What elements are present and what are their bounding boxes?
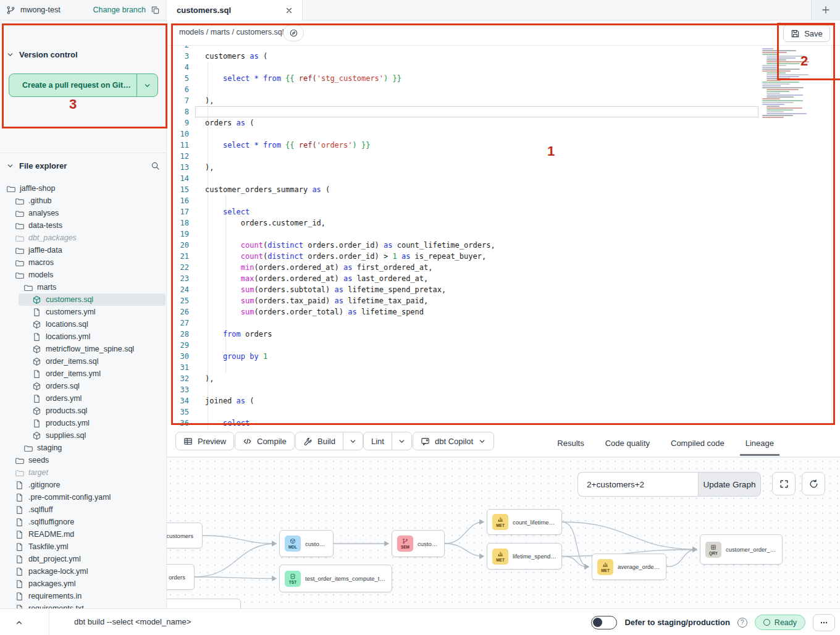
tab-results[interactable]: Results (547, 429, 594, 457)
file-tree-item-.github[interactable]: .github (0, 195, 166, 207)
change-branch-link[interactable]: Change branch (93, 6, 146, 14)
code-line-5[interactable]: 5 select * from {{ ref('stg_customers') … (167, 73, 495, 84)
close-icon[interactable] (285, 6, 293, 15)
file-tree-item-models[interactable]: models (0, 269, 166, 281)
copy-icon[interactable] (151, 6, 160, 15)
lineage-node-mdl[interactable]: MDLcustomers (279, 530, 334, 557)
file-tree-item-jaffle-data[interactable]: jaffle-data (0, 244, 166, 256)
lineage-node-cut[interactable] (167, 599, 241, 608)
code-line-17[interactable]: 17 select (167, 206, 495, 217)
code-line-25[interactable]: 25 sum(orders.tax_paid) as lifetime_tax_… (167, 295, 495, 306)
file-tree-item-package-lock.yml[interactable]: package-lock.yml (0, 565, 166, 578)
file-tree-item-marts[interactable]: marts (0, 281, 166, 293)
copilot-pill-button[interactable] (283, 25, 304, 41)
code-line-14[interactable]: 14 (167, 173, 495, 184)
code-line-33[interactable]: 33 (167, 384, 495, 395)
file-tree-item-dbt_packages[interactable]: dbt_packages (0, 232, 166, 244)
code-line-19[interactable]: 19 (167, 229, 495, 240)
tab-customers-sql[interactable]: customers.sql (167, 0, 303, 20)
code-line-26[interactable]: 26 sum(orders.order_total) as lifetime_s… (167, 306, 495, 318)
file-tree-item-staging[interactable]: staging (0, 442, 166, 454)
file-tree-item-analyses[interactable]: analyses (0, 207, 166, 219)
file-tree-item-products.sql[interactable]: products.sql (0, 405, 166, 417)
file-tree-item-order_items.sql[interactable]: order_items.sql (0, 355, 166, 368)
new-tab-button[interactable] (811, 0, 840, 20)
code-line-6[interactable]: 6 (167, 84, 495, 95)
save-button[interactable]: Save (783, 25, 830, 42)
lint-dropdown[interactable] (392, 432, 411, 450)
create-pull-request-main[interactable]: Create a pull request on Git… (9, 74, 137, 96)
code-line-22[interactable]: 22 min(orders.ordered_at) as first_order… (167, 262, 495, 273)
file-tree-item-.gitignore[interactable]: .gitignore (0, 479, 166, 491)
create-pull-request-dropdown[interactable] (137, 74, 158, 96)
lineage-node-aov[interactable]: METaverage_order_value (592, 553, 666, 580)
file-tree-item-locations.sql[interactable]: locations.sql (0, 318, 166, 330)
file-tree-item-.sqlfluff[interactable]: .sqlfluff (0, 503, 166, 516)
file-tree-item-jaffle-shop[interactable]: jaffle-shop (0, 182, 166, 195)
help-icon[interactable]: ? (737, 618, 747, 628)
code-line-7[interactable]: 7), (167, 95, 495, 106)
create-pull-request-button[interactable]: Create a pull request on Git… (9, 74, 158, 97)
file-tree-item-requirements.in[interactable]: requirements.in (0, 590, 166, 602)
preview-button[interactable]: Preview (175, 432, 234, 450)
file-tree-item-supplies.sql[interactable]: supplies.sql (0, 429, 166, 442)
code-line-24[interactable]: 24 sum(orders.subtotal) as lifetime_spen… (167, 284, 495, 295)
file-tree-item-customers.sql[interactable]: customers.sql (19, 293, 166, 306)
code-line-16[interactable]: 16 (167, 195, 495, 206)
file-tree-item-order_items.yml[interactable]: order_items.yml (0, 368, 166, 380)
update-graph-button[interactable]: Update Graph (698, 472, 761, 497)
refresh-button[interactable] (802, 472, 825, 495)
lineage-node-tst[interactable]: TSTtest_order_items_compute_to_bools… (279, 565, 392, 592)
code-line-13[interactable]: 13), (167, 162, 495, 173)
lineage-node-stg[interactable]: stg_customers (167, 523, 203, 549)
code-line-36[interactable]: 36 select (167, 418, 495, 429)
code-editor[interactable]: 23customers as (45 select * from {{ ref(… (167, 46, 840, 429)
code-line-18[interactable]: 18 orders.customer_id, (167, 217, 495, 229)
code-line-4[interactable]: 4 (167, 62, 495, 73)
lineage-node-sem[interactable]: SEMcustomers (392, 530, 445, 557)
tab-compiled-code[interactable]: Compiled code (660, 429, 735, 457)
code-line-28[interactable]: 28 from orders (167, 329, 495, 340)
file-tree-item-target[interactable]: target (0, 466, 166, 479)
file-tree-item-.pre-commit-config.yaml[interactable]: .pre-commit-config.yaml (0, 491, 166, 503)
defer-toggle[interactable] (591, 616, 617, 629)
code-line-32[interactable]: 32), (167, 373, 495, 384)
file-tree-item-data-tests[interactable]: data-tests (0, 219, 166, 232)
lint-button[interactable]: Lint (363, 432, 412, 450)
code-line-2[interactable]: 2 (167, 46, 495, 51)
file-tree-item-locations.yml[interactable]: locations.yml (0, 330, 166, 343)
code-line-27[interactable]: 27 (167, 318, 495, 329)
file-tree-item-.sqlfluffignore[interactable]: .sqlfluffignore (0, 516, 166, 528)
code-line-10[interactable]: 10 (167, 128, 495, 140)
lineage-filter-input[interactable] (578, 472, 698, 497)
more-options-button[interactable] (813, 614, 835, 631)
version-control-header[interactable]: Version control (0, 48, 166, 61)
lineage-node-orders[interactable]: orders (167, 564, 195, 590)
code-line-8[interactable]: 8 (167, 106, 495, 117)
editor-scrollbar[interactable] (831, 46, 832, 429)
code-line-30[interactable]: 30 group by 1 (167, 351, 495, 362)
file-tree-item-orders.sql[interactable]: orders.sql (0, 380, 166, 392)
file-tree-item-dbt_project.yml[interactable]: dbt_project.yml (0, 553, 166, 565)
code-line-20[interactable]: 20 count(distinct orders.order_id) as co… (167, 240, 495, 251)
file-tree-item-products.yml[interactable]: products.yml (0, 417, 166, 429)
code-line-23[interactable]: 23 max(orders.ordered_at) as last_ordere… (167, 273, 495, 284)
file-tree-item-README.md[interactable]: README.md (0, 528, 166, 540)
code-line-12[interactable]: 12 (167, 151, 495, 162)
code-line-11[interactable]: 11 select * from {{ ref('orders') }} (167, 140, 495, 151)
build-button[interactable]: Build (295, 432, 363, 450)
file-tree-item-seeds[interactable]: seeds (0, 454, 166, 466)
lineage-node-met_pretax[interactable]: METlifetime_spend_pretax (487, 543, 562, 570)
build-dropdown[interactable] (343, 432, 363, 450)
lineage-node-qry[interactable]: QRYcustomer_order_metrics (700, 534, 783, 565)
code-line-34[interactable]: 34joined as ( (167, 395, 495, 406)
code-line-35[interactable]: 35 (167, 406, 495, 418)
command-bar-expand[interactable] (0, 609, 49, 635)
command-text[interactable]: dbt build --select <model_name> (74, 617, 191, 626)
minimap[interactable] (760, 48, 817, 122)
file-tree-item-Taskfile.yml[interactable]: Taskfile.yml (0, 540, 166, 553)
lineage-node-met_count[interactable]: METcount_lifetime_orders (487, 509, 562, 535)
file-tree-item-customers.yml[interactable]: customers.yml (0, 306, 166, 318)
tab-code-quality[interactable]: Code quality (595, 429, 660, 457)
code-line-3[interactable]: 3customers as ( (167, 51, 495, 62)
